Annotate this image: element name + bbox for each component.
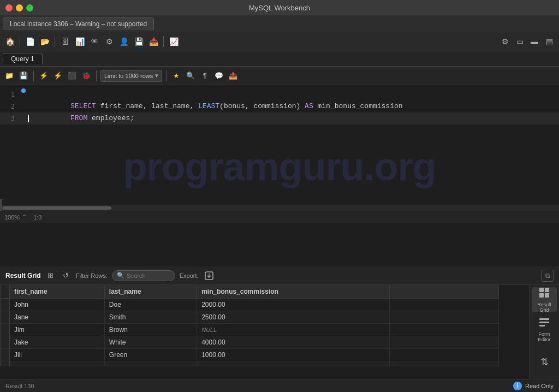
table-cell[interactable]: Doe bbox=[104, 299, 197, 311]
table-cell[interactable]: Jim bbox=[10, 324, 105, 336]
table-row[interactable]: JohnDoe2000.00 bbox=[1, 299, 499, 311]
export2-icon[interactable]: 📤 bbox=[227, 70, 239, 82]
table-cell[interactable] bbox=[104, 361, 197, 366]
table-cell[interactable]: 2000.00 bbox=[197, 299, 390, 311]
expand-icon: ⇅ bbox=[540, 356, 549, 368]
form-editor-sidebar-label: FormEditor bbox=[538, 332, 551, 343]
table-cell[interactable]: Jane bbox=[10, 311, 105, 324]
result-grid-icon bbox=[538, 287, 550, 301]
view-icon[interactable]: 👁 bbox=[88, 35, 101, 48]
result-toolbar: Result Grid ⊞ ↺ Filter Rows: 🔍 Export: ⧉ bbox=[0, 266, 559, 285]
query-tabbar: Query 1 bbox=[0, 51, 559, 67]
result-table: first_name last_name min_bonus_commissio… bbox=[0, 285, 499, 366]
sep5 bbox=[96, 70, 97, 81]
table-cell[interactable]: 4000.00 bbox=[197, 336, 390, 349]
layout1-icon[interactable]: ▭ bbox=[513, 35, 526, 48]
extra-cell bbox=[390, 324, 499, 336]
form-editor-sidebar-btn[interactable]: FormEditor bbox=[532, 317, 557, 342]
table-cell[interactable]: 2500.00 bbox=[197, 311, 390, 324]
search2-icon[interactable]: 🔍 bbox=[185, 70, 197, 82]
sql-editor-content[interactable]: 1 SELECT first_name, last_name, LEAST(bo… bbox=[0, 85, 559, 205]
performance-icon[interactable]: 📈 bbox=[167, 35, 180, 48]
settings-icon[interactable]: ⚙ bbox=[498, 35, 512, 48]
data-table-wrap[interactable]: › first_name last_name min_bonus_commiss… bbox=[0, 285, 529, 379]
zoom-chevron-icon[interactable]: ⌃ bbox=[22, 213, 27, 221]
extra-cell bbox=[390, 311, 499, 324]
query-tab[interactable]: Query 1 bbox=[3, 53, 43, 64]
table-cell[interactable]: Green bbox=[104, 349, 197, 361]
watermark: programguru.org bbox=[0, 144, 559, 189]
status-left: Result 130 bbox=[5, 383, 34, 389]
db-icon[interactable]: 💾 bbox=[132, 35, 145, 48]
run-current-icon[interactable]: ⚡ bbox=[52, 70, 64, 82]
status-right: i Read Only bbox=[513, 382, 554, 390]
expand-sidebar-btn[interactable]: ⇅ bbox=[532, 349, 557, 375]
table-row[interactable] bbox=[1, 361, 499, 366]
maximize-button[interactable] bbox=[26, 4, 33, 11]
result-grid-tab[interactable]: Result Grid bbox=[5, 272, 41, 280]
zoom-control[interactable]: 100% ⌃ bbox=[4, 213, 27, 221]
copy-icon[interactable]: ⧉ bbox=[542, 270, 554, 282]
result-grid-sidebar-btn[interactable]: ResultGrid bbox=[532, 287, 557, 312]
proc-icon[interactable]: ⚙ bbox=[103, 35, 116, 48]
table-cell[interactable]: Jake bbox=[10, 336, 105, 349]
table-cell[interactable]: 1000.00 bbox=[197, 349, 390, 361]
table-cell[interactable]: NULL bbox=[197, 324, 390, 336]
row-num-cell bbox=[1, 349, 10, 361]
svg-rect-3 bbox=[545, 288, 549, 292]
schema-icon[interactable]: 🗄 bbox=[58, 35, 72, 48]
user-icon[interactable]: 👤 bbox=[117, 35, 130, 48]
limit-select[interactable]: Limit to 1000 rows ▾ bbox=[100, 70, 162, 82]
table-cell[interactable]: John bbox=[10, 299, 105, 311]
search-input[interactable] bbox=[127, 272, 170, 279]
grid-view-icon[interactable]: ⊞ bbox=[45, 270, 56, 281]
instance-tab[interactable]: Local instance 3306 – Warning – not supp… bbox=[3, 17, 154, 30]
table-row[interactable]: JaneSmith2500.00 bbox=[1, 311, 499, 324]
debug-icon[interactable]: 🐞 bbox=[80, 70, 92, 82]
comment-icon[interactable]: 💬 bbox=[213, 70, 225, 82]
limit-label: Limit to 1000 rows bbox=[104, 73, 153, 79]
format-icon[interactable]: ¶ bbox=[199, 70, 211, 82]
close-button[interactable] bbox=[5, 4, 13, 11]
home-icon[interactable]: 🏠 bbox=[3, 35, 16, 48]
form-editor-icon bbox=[538, 316, 550, 331]
table-cell[interactable]: Brown bbox=[104, 324, 197, 336]
row-num-cell bbox=[1, 336, 10, 349]
table-cell[interactable]: White bbox=[104, 336, 197, 349]
run-icon[interactable]: ⚡ bbox=[38, 70, 50, 82]
svg-rect-7 bbox=[539, 322, 549, 323]
table-cell[interactable] bbox=[197, 361, 390, 366]
minimize-button[interactable] bbox=[16, 4, 23, 11]
star-icon[interactable]: ★ bbox=[170, 70, 182, 82]
sql-editor[interactable]: 1 SELECT first_name, last_name, LEAST(bo… bbox=[0, 85, 559, 266]
filter-rows-label: Filter Rows: bbox=[76, 272, 108, 279]
col-header-first-name: first_name bbox=[10, 285, 105, 299]
import-icon[interactable]: 📥 bbox=[147, 35, 160, 48]
save-icon[interactable]: 💾 bbox=[17, 70, 29, 82]
result-grid-sidebar-label: ResultGrid bbox=[537, 302, 551, 313]
search-box[interactable]: 🔍 bbox=[112, 270, 175, 281]
col-header-min-bonus: min_bonus_commission bbox=[197, 285, 390, 299]
row-num-header bbox=[1, 285, 10, 299]
stop-icon[interactable]: ⬛ bbox=[66, 70, 78, 82]
layout3-icon[interactable]: ▤ bbox=[543, 35, 556, 48]
table-icon[interactable]: 📊 bbox=[73, 35, 86, 48]
sep3 bbox=[163, 36, 164, 47]
table-cell[interactable] bbox=[10, 361, 105, 366]
layout2-icon[interactable]: ▬ bbox=[528, 35, 541, 48]
new-file-icon[interactable]: 📄 bbox=[23, 35, 37, 48]
table-body: JohnDoe2000.00JaneSmith2500.00JimBrownNU… bbox=[1, 299, 499, 366]
editor-scrollbar[interactable] bbox=[0, 205, 559, 211]
open-icon[interactable]: 📂 bbox=[38, 35, 51, 48]
table-row[interactable]: JillGreen1000.00 bbox=[1, 349, 499, 361]
refresh-icon[interactable]: ↺ bbox=[61, 270, 72, 281]
table-row[interactable]: JakeWhite4000.00 bbox=[1, 336, 499, 349]
table-cell[interactable]: Smith bbox=[104, 311, 197, 324]
scrollbar-thumb[interactable] bbox=[2, 206, 111, 210]
svg-rect-6 bbox=[539, 318, 549, 320]
export-icon[interactable] bbox=[203, 270, 215, 282]
table-cell[interactable]: Jill bbox=[10, 349, 105, 361]
table-row[interactable]: JimBrownNULL bbox=[1, 324, 499, 336]
folder-icon[interactable]: 📁 bbox=[3, 70, 15, 82]
sep6 bbox=[166, 70, 166, 81]
